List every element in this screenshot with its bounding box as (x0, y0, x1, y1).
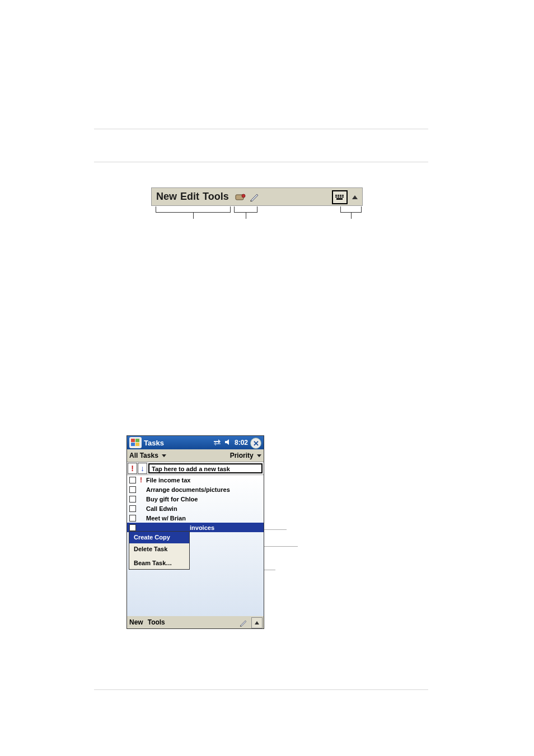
status-area: 8:02 (213, 439, 248, 447)
sort-filter-label: Priority (230, 452, 254, 459)
divider (94, 689, 428, 690)
svg-point-1 (242, 194, 245, 198)
svg-rect-10 (342, 196, 344, 198)
stylus-icon[interactable] (238, 617, 250, 628)
clock-text: 8:02 (235, 439, 248, 447)
task-row[interactable]: Arrange documents/pictures (127, 485, 264, 494)
checkbox-icon[interactable] (129, 477, 136, 483)
menu-new[interactable]: New (129, 618, 143, 626)
priority-indicator: ! (138, 477, 144, 483)
edit-toolbar-figure: New Edit Tools (151, 187, 363, 223)
task-row[interactable]: Meet w/ Brian (127, 513, 264, 523)
arrow-up-icon[interactable] (350, 190, 360, 204)
menu-beam-task[interactable]: Beam Task… (129, 557, 189, 569)
svg-rect-6 (342, 195, 344, 196)
category-filter[interactable]: All Tasks (129, 452, 166, 459)
speaker-icon[interactable] (224, 439, 231, 447)
menu-delete-task[interactable]: Delete Task (129, 543, 189, 555)
svg-rect-3 (335, 195, 337, 196)
task-text: Meet w/ Brian (144, 515, 186, 522)
tasks-app-window: Tasks 8:02 ✕ (127, 435, 264, 629)
task-list: ! File income tax Arrange documents/pict… (127, 475, 264, 616)
start-icon[interactable] (129, 437, 142, 448)
svg-rect-14 (131, 443, 135, 446)
quick-add-row: ! ↓ Tap here to add a new task (127, 462, 264, 475)
close-icon[interactable]: ✕ (250, 438, 261, 449)
task-text: Arrange documents/pictures (144, 486, 230, 493)
chevron-down-icon (257, 454, 261, 457)
svg-rect-7 (335, 196, 337, 198)
svg-rect-13 (135, 439, 139, 442)
divider (94, 129, 428, 129)
checkbox-icon[interactable] (129, 524, 136, 531)
menu-tools[interactable]: Tools (203, 191, 229, 203)
menu-edit[interactable]: Edit (180, 191, 199, 203)
svg-rect-15 (135, 443, 139, 446)
menu-create-copy[interactable]: Create Copy (129, 532, 189, 543)
document-page: New Edit Tools (0, 0, 534, 756)
menu-tools[interactable]: Tools (148, 618, 165, 626)
sort-filter[interactable]: Priority (230, 452, 261, 459)
svg-rect-11 (336, 198, 343, 200)
task-text: invoices (188, 524, 214, 531)
checkbox-icon[interactable] (129, 486, 136, 493)
task-text: File income tax (144, 477, 190, 483)
svg-rect-9 (340, 196, 341, 198)
voice-record-icon[interactable] (235, 191, 247, 203)
checkbox-icon[interactable] (129, 515, 136, 522)
task-row[interactable]: Call Edwin (127, 504, 264, 513)
chevron-down-icon (162, 454, 166, 457)
checkbox-icon[interactable] (129, 496, 136, 503)
priority-low-button[interactable]: ↓ (138, 463, 147, 474)
quick-add-input[interactable]: Tap here to add a new task (148, 463, 263, 473)
callout-leader (264, 570, 275, 570)
menu-new[interactable]: New (156, 191, 177, 203)
task-text: Buy gift for Chloe (144, 496, 198, 503)
callout-leader (264, 529, 287, 530)
edit-toolbar: New Edit Tools (151, 187, 363, 206)
callout-brackets (151, 206, 363, 223)
callout-leader (264, 546, 298, 547)
connection-icon[interactable] (213, 439, 221, 447)
priority-high-button[interactable]: ! (128, 463, 137, 474)
category-filter-label: All Tasks (129, 452, 158, 459)
arrow-up-icon[interactable] (251, 617, 263, 628)
filter-bar: All Tasks Priority (127, 449, 264, 462)
context-menu: Create Copy Delete Task Beam Task… (129, 531, 190, 570)
task-row[interactable]: Buy gift for Chloe (127, 494, 264, 504)
svg-rect-12 (131, 439, 135, 442)
tasks-app-figure: Tasks 8:02 ✕ (127, 435, 264, 629)
title-bar: Tasks 8:02 ✕ (127, 436, 264, 449)
stylus-icon[interactable] (249, 191, 261, 203)
svg-rect-8 (338, 196, 339, 198)
task-row[interactable]: ! File income tax (127, 475, 264, 485)
keyboard-icon[interactable] (332, 190, 348, 204)
app-title: Tasks (144, 439, 164, 447)
checkbox-icon[interactable] (129, 505, 136, 512)
divider (94, 162, 428, 162)
task-text: Call Edwin (144, 505, 177, 512)
bottom-bar: New Tools (127, 616, 264, 628)
svg-rect-4 (338, 195, 339, 196)
svg-rect-5 (340, 195, 341, 196)
